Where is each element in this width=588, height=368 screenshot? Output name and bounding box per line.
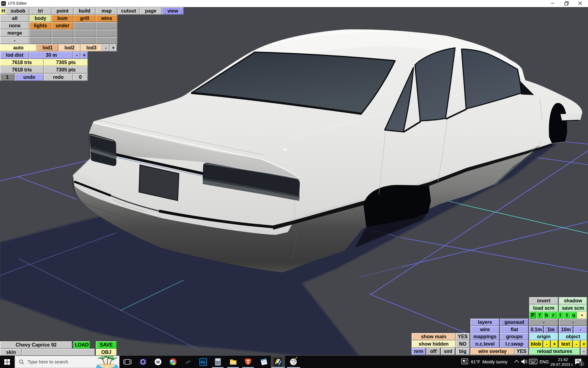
svg-text:61°F: 61°F [471,359,480,364]
svg-text:W: W [156,360,160,364]
svg-text:Ps: Ps [201,360,205,365]
svg-text:Mostly sunny: Mostly sunny [482,359,507,364]
svg-text:Type here to search: Type here to search [28,359,68,364]
svg-text:ENG: ENG [540,359,549,364]
svg-text:29.07.2023 г.: 29.07.2023 г. [550,362,573,367]
svg-text:21:42: 21:42 [558,357,568,362]
svg-text:1: 1 [581,362,582,366]
